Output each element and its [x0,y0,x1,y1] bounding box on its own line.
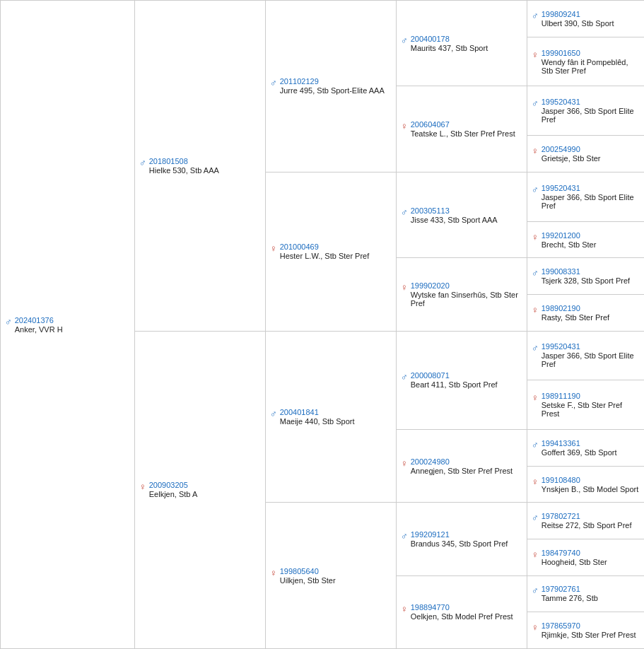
animal-info: 198479740Hoogheid, Stb Ster [541,549,607,566]
animal-info: 200400178Maurits 437, Stb Sport [411,35,488,52]
animal-info: 199520431Jasper 366, Stb Sport Elite Pre… [541,98,640,124]
male-symbol: ♂ [401,372,408,382]
animal-info: 200254990Grietsje, Stb Ster [541,145,601,163]
animal-cell: ♂202401376Anker, VVR H [1,1,135,649]
animal-id: 200604067 [411,120,515,129]
animal-id: 201801508 [149,157,219,165]
animal-name: Hielke 530, Stb AAA [149,166,219,175]
animal-cell: ♀200254990Grietsje, Stb Ster [527,136,645,173]
animal-cell: ♀199201200Brecht, Stb Ster [527,221,645,258]
animal-id: 197802721 [541,512,632,520]
animal-block: ♂199520431Jasper 366, Stb Sport Elite Pr… [532,342,640,368]
animal-id: 199108480 [541,476,639,484]
animal-block: ♂199520431Jasper 366, Stb Sport Elite Pr… [532,98,640,124]
female-symbol: ♀ [401,282,408,293]
animal-id: 200024980 [411,457,513,466]
animal-block: ♂200008071Beart 411, Stb Sport Pref [401,371,522,389]
animal-block: ♂197902761Tamme 276, Stb [532,585,640,602]
animal-cell: ♀200903205Eelkjen, Stb A [135,331,266,648]
animal-name: Brecht, Stb Ster [541,240,597,249]
animal-info: 199209121Brandus 345, Stb Sport Pref [411,530,508,548]
animal-block: ♀200024980Annegjen, Stb Ster Pref Prest [401,457,522,475]
animal-id: 198911190 [541,392,640,400]
animal-id: 199008331 [541,267,630,276]
animal-name: Jurre 495, Stb Sport-Elite AAA [280,86,385,95]
female-symbol: ♀ [532,476,539,487]
animal-name: Jasper 366, Stb Sport Elite Pref [541,107,640,124]
female-symbol: ♀ [270,568,277,578]
animal-info: 197902761Tamme 276, Stb [541,585,598,602]
animal-cell: ♀200604067Teatske L., Stb Ster Pref Pres… [397,86,527,172]
animal-id: 198902190 [541,304,609,312]
animal-cell: ♀201000469Hester L.W., Stb Ster Pref [266,172,397,331]
animal-name: Oelkjen, Stb Model Pref Prest [411,612,513,621]
animal-cell: ♂197802721Reitse 272, Stb Sport Pref [527,503,645,539]
animal-cell: ♀197865970Rjimkje, Stb Ster Pref Prest [527,612,645,649]
animal-cell: ♂201801508Hielke 530, Stb AAA [135,1,266,332]
female-symbol: ♀ [139,481,146,492]
male-symbol: ♂ [5,317,12,327]
animal-block: ♂200401841Maeije 440, Stb Sport [270,408,392,426]
male-symbol: ♂ [270,78,277,88]
animal-cell: ♀198911190Setske F., Stb Ster Pref Prest [527,380,645,430]
animal-id: 198479740 [541,549,607,557]
animal-block: ♂201801508Hielke 530, Stb AAA [139,157,261,175]
animal-name: Maeije 440, Stb Sport [280,417,355,426]
animal-id: 199809241 [541,10,614,18]
male-symbol: ♂ [532,440,539,450]
animal-id: 199805640 [280,567,336,575]
animal-cell: ♀198479740Hoogheid, Stb Ster [527,539,645,576]
animal-cell: ♀199902020Wytske fan Sinserhûs, Stb Ster… [397,258,527,331]
animal-id: 201000469 [280,242,370,251]
animal-info: 201801508Hielke 530, Stb AAA [149,157,219,175]
animal-info: 198911190Setske F., Stb Ster Pref Prest [541,392,640,418]
male-symbol: ♂ [532,513,539,523]
animal-name: Goffert 369, Stb Sport [541,448,617,457]
animal-name: Jasper 366, Stb Sport Elite Pref [541,351,640,368]
animal-name: Anker, VVR H [15,325,63,334]
animal-info: 200008071Beart 411, Stb Sport Pref [411,371,498,389]
animal-info: 199520431Jasper 366, Stb Sport Elite Pre… [541,342,640,368]
animal-cell: ♂199520431Jasper 366, Stb Sport Elite Pr… [527,331,645,380]
animal-name: Jasper 366, Stb Sport Elite Pref [541,193,640,210]
animal-info: 199413361Goffert 369, Stb Sport [541,439,617,457]
animal-block: ♂201102129Jurre 495, Stb Sport-Elite AAA [270,77,392,95]
animal-cell: ♀199108480Ynskjen B., Stb Model Sport [527,466,645,503]
animal-id: 200254990 [541,145,601,153]
animal-info: 201102129Jurre 495, Stb Sport-Elite AAA [280,77,385,95]
animal-cell: ♂197902761Tamme 276, Stb [527,575,645,612]
female-symbol: ♀ [401,604,408,614]
animal-info: 199902020Wytske fan Sinserhûs, Stb Ster … [411,281,522,308]
animal-block: ♂199413361Goffert 369, Stb Sport [532,439,640,457]
animal-block: ♀199108480Ynskjen B., Stb Model Sport [532,476,640,493]
animal-block: ♀198902190Rasty, Stb Ster Pref [532,304,640,322]
female-symbol: ♀ [532,622,539,633]
animal-id: 202401376 [15,316,63,324]
animal-cell: ♂199413361Goffert 369, Stb Sport [527,430,645,467]
animal-name: Uilkjen, Stb Ster [280,576,336,585]
animal-name: Rasty, Stb Ster Pref [541,313,609,322]
animal-id: 200401841 [280,408,355,416]
animal-info: 201000469Hester L.W., Stb Ster Pref [280,242,370,260]
male-symbol: ♂ [532,343,539,353]
animal-name: Tamme 276, Stb [541,594,598,602]
animal-id: 199902020 [411,281,522,290]
animal-info: 200903205Eelkjen, Stb A [149,481,198,498]
animal-block: ♂202401376Anker, VVR H [5,316,130,334]
animal-id: 198894770 [411,603,513,612]
animal-id: 200903205 [149,481,198,489]
animal-id: 199901650 [541,49,640,57]
animal-name: Reitse 272, Stb Sport Pref [541,521,632,530]
animal-info: 202401376Anker, VVR H [15,316,63,334]
female-symbol: ♀ [532,305,539,315]
animal-info: 200024980Annegjen, Stb Ster Pref Prest [411,457,513,475]
male-symbol: ♂ [270,409,277,419]
animal-block: ♀198911190Setske F., Stb Ster Pref Prest [532,392,640,418]
animal-cell: ♂201102129Jurre 495, Stb Sport-Elite AAA [266,1,397,173]
male-symbol: ♂ [139,158,146,168]
male-symbol: ♂ [532,185,539,195]
animal-name: Ulbert 390, Stb Sport [541,19,614,28]
animal-cell: ♂200401841Maeije 440, Stb Sport [266,331,397,503]
animal-block: ♀198894770Oelkjen, Stb Model Pref Prest [401,603,522,621]
animal-block: ♂199809241Ulbert 390, Stb Sport [532,10,640,28]
